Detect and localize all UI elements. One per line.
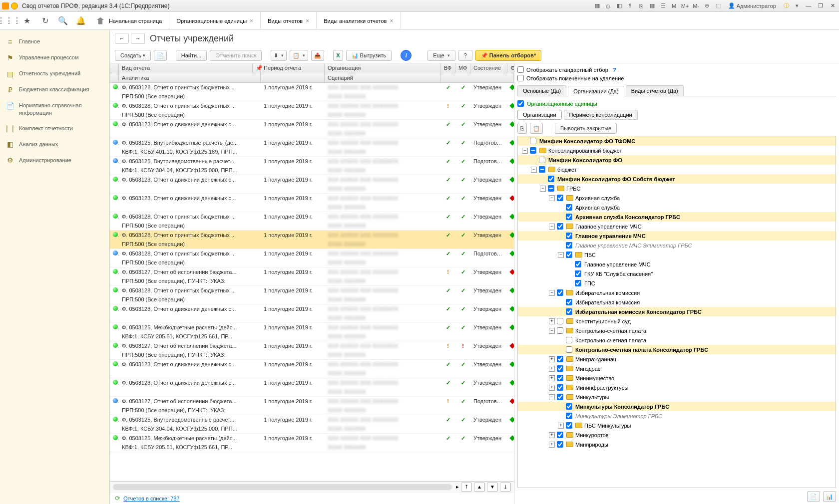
tree-node[interactable]: Главное управление МЧС Элиминатор ГРБС xyxy=(518,241,836,250)
tab-report-types[interactable]: Виды отчетов× xyxy=(261,12,317,29)
count-link[interactable]: Отчетов в списке: 787 xyxy=(123,496,180,502)
tree-expander-icon[interactable]: + xyxy=(549,432,555,438)
tree-tool-2[interactable]: 📋 xyxy=(530,123,543,134)
tree-node[interactable]: −Консолидированный бюджет xyxy=(518,146,836,155)
tree-checkbox[interactable] xyxy=(557,384,563,391)
calendar-icon[interactable]: ▦ xyxy=(648,2,656,10)
tree-node[interactable]: Избирательная комиссия Консолидатор ГРБС xyxy=(518,307,836,316)
tree-checkbox[interactable] xyxy=(557,318,563,324)
tree-checkbox[interactable] xyxy=(557,441,563,448)
find-button[interactable]: Найти... xyxy=(176,50,207,61)
print-icon[interactable]: ⎙ xyxy=(604,2,612,10)
tree-checkbox[interactable] xyxy=(557,432,563,438)
tree-node[interactable]: Минфин Консолидатор ФО xyxy=(518,155,836,165)
nav-forward-button[interactable]: → xyxy=(131,33,145,44)
tree-expander-icon[interactable]: + xyxy=(549,356,555,362)
tree-node[interactable]: Минфин Консолидатор ФО ТФОМС xyxy=(518,136,836,146)
table-row[interactable]: Ф. 0503125, Внутрибюджетные расчеты (де.… xyxy=(110,138,514,157)
table-row[interactable]: Ф. 0503123, Отчет о движении денежных с.… xyxy=(110,120,514,138)
table-row[interactable]: Ф. 0503128, Отчет о принятых бюджетных .… xyxy=(110,249,514,267)
tool-icon[interactable]: ⬚ xyxy=(714,2,722,10)
more-button[interactable]: Еще xyxy=(427,50,455,61)
panel-tool-1[interactable]: 📄 xyxy=(807,491,820,502)
sidebar-item[interactable]: ≡Главное xyxy=(0,34,109,50)
subtab-perimeter[interactable]: Периметр консолидации xyxy=(564,110,638,120)
table-row[interactable]: Ф. 0503127, Отчет об исполнении бюджета.… xyxy=(110,397,514,415)
tree-checkbox[interactable] xyxy=(566,403,572,410)
tree-expander-icon[interactable]: − xyxy=(558,252,564,258)
col-mf[interactable]: МФ xyxy=(455,63,470,73)
tree-checkbox[interactable] xyxy=(566,252,572,258)
table-row[interactable]: Ф. 0503125, Межбюджетные расчеты (дейс..… xyxy=(110,323,514,341)
panel-tool-2[interactable]: 📊 xyxy=(823,491,836,502)
tree-node[interactable]: Архивная служба xyxy=(518,203,836,212)
cancel-find-button[interactable]: Отменить поиск xyxy=(210,50,262,61)
show-deleted-checkbox[interactable]: Отображать помеченные на удаление xyxy=(517,75,836,81)
tree-checkbox[interactable] xyxy=(539,157,545,163)
action-button-3[interactable]: 📤 xyxy=(311,50,324,61)
tree-checkbox[interactable] xyxy=(566,337,572,343)
table-row[interactable]: Ф. 0503128, Отчет о принятых бюджетных .… xyxy=(110,83,514,101)
sidebar-item[interactable]: ❘❘Комплект отчетности xyxy=(0,121,109,137)
tree-checkbox[interactable] xyxy=(530,138,536,144)
tab-analytics-types[interactable]: Виды аналитики отчетов× xyxy=(317,12,401,29)
export-button[interactable]: 📊 Выгрузить xyxy=(346,50,392,61)
tab-org-units[interactable]: Организационные единицы× xyxy=(169,12,261,29)
bell-icon[interactable]: 🔔 xyxy=(72,12,90,29)
col-period[interactable]: Период отчета xyxy=(261,63,325,73)
col-pin-icon[interactable]: 📌 xyxy=(253,63,261,73)
tree-checkbox[interactable] xyxy=(566,299,572,305)
table-row[interactable]: Ф. 0503128, Отчет о принятых бюджетных .… xyxy=(110,231,514,249)
tree-expander-icon[interactable]: − xyxy=(549,224,555,230)
filters-panel-button[interactable]: 📌 Панель отборов* xyxy=(475,50,541,61)
tree-checkbox[interactable] xyxy=(557,223,563,230)
tree-expander-icon[interactable]: − xyxy=(531,167,537,173)
refresh-icon[interactable]: ⟳ xyxy=(115,495,120,502)
help-button[interactable]: ? xyxy=(458,50,472,61)
tree-expander-icon[interactable]: + xyxy=(549,366,555,372)
help-icon[interactable]: ? xyxy=(613,67,616,73)
sidebar-item[interactable]: ₽Бюджетная классификация xyxy=(0,82,109,98)
table-row[interactable]: Ф. 0503128, Отчет о принятых бюджетных .… xyxy=(110,286,514,304)
table-row[interactable]: Ф. 0503125, Внутриведомственные расчет..… xyxy=(110,415,514,434)
col-scenario[interactable]: Сценарий xyxy=(325,73,440,82)
tree-node[interactable]: −бюджет xyxy=(518,165,836,174)
table-row[interactable]: Ф. 0503123, Отчет о движении денежных с.… xyxy=(110,360,514,378)
tree-checkbox[interactable] xyxy=(557,289,563,296)
tree-node[interactable]: Контрольно-счетная палата xyxy=(518,335,836,345)
tree-node[interactable]: Главное управление МЧС xyxy=(518,259,836,269)
sidebar-item[interactable]: ⚙Администрирование xyxy=(0,153,109,169)
tree-node[interactable]: Контрольно-счетная палата Консолидатор Г… xyxy=(518,345,836,354)
tree-node[interactable]: +Минкурортов xyxy=(518,430,836,440)
tree-checkbox[interactable] xyxy=(548,185,554,192)
tree-node[interactable]: +Минприроды xyxy=(518,440,836,449)
page-first-button[interactable]: ⤒ xyxy=(461,483,472,492)
action-button-1[interactable]: ⬇ xyxy=(271,50,287,61)
tree-expander-icon[interactable]: + xyxy=(549,385,555,391)
nav-back-button[interactable]: ← xyxy=(115,33,129,44)
tree-checkbox[interactable] xyxy=(557,394,563,400)
tool-icon[interactable]: ⊕ xyxy=(703,2,711,10)
tree-checkbox[interactable] xyxy=(575,261,581,267)
col-org[interactable]: Организация xyxy=(325,63,440,73)
tree-checkbox[interactable] xyxy=(539,166,545,173)
tree-checkbox[interactable] xyxy=(566,204,572,211)
tree-checkbox[interactable] xyxy=(566,233,572,239)
tree-checkbox[interactable] xyxy=(548,176,554,182)
table-row[interactable]: Ф. 0503127, Отчет об исполнении бюджета.… xyxy=(110,341,514,360)
close-icon[interactable]: × xyxy=(250,17,253,24)
close-button[interactable]: ✕ xyxy=(828,2,837,10)
tree-tool-1[interactable]: ⎘ xyxy=(517,123,527,134)
table-row[interactable]: Ф. 0503127, Отчет об исполнении бюджета.… xyxy=(110,267,514,286)
history-icon[interactable]: ↻ xyxy=(36,12,54,29)
m-plus-icon[interactable]: M+ xyxy=(681,2,689,10)
tree-node[interactable]: +Конституционный суд xyxy=(518,316,836,326)
tree-checkbox[interactable] xyxy=(557,327,563,334)
star-icon[interactable]: ★ xyxy=(18,12,36,29)
table-row[interactable]: Ф. 0503125, Межбюджетные расчеты (дейс..… xyxy=(110,434,514,452)
table-row[interactable]: Ф. 0503128, Отчет о принятых бюджетных .… xyxy=(110,212,514,231)
tree-checkbox[interactable] xyxy=(566,308,572,315)
col-state[interactable]: Состояние xyxy=(470,63,507,73)
page-up-button[interactable]: ▲ xyxy=(474,483,485,492)
tree-expander-icon[interactable]: − xyxy=(549,290,555,296)
